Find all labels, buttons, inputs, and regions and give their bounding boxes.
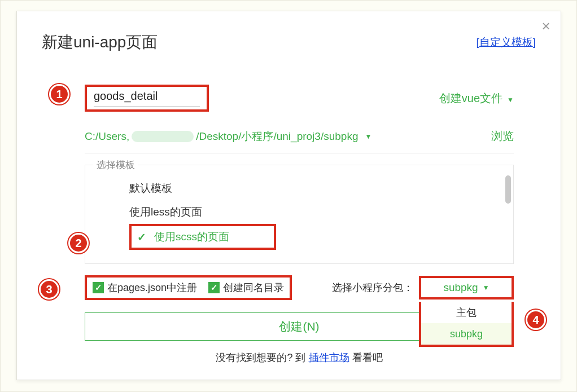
annotation-badge-1: 1 <box>49 84 69 104</box>
path-display[interactable]: C:/Users,/Desktop/小程序/uni_proj3/subpkg <box>85 129 358 144</box>
custom-template-link[interactable]: [自定义模板] <box>476 35 536 50</box>
annotation-badge-2: 2 <box>68 233 89 253</box>
dialog-title: 新建uni-app页面 <box>42 32 158 53</box>
template-item[interactable]: 使用less的页面 <box>102 200 513 224</box>
template-item-selected[interactable]: ✓ 使用scss的页面 <box>129 224 276 250</box>
check-icon: ✓ <box>137 231 150 244</box>
chevron-down-icon[interactable]: ▼ <box>365 133 371 140</box>
template-fieldset: 选择模板 默认模板 使用less的页面 ✓ 使用scss的页面 <box>85 165 514 264</box>
page-name-input[interactable]: goods_detail <box>85 85 209 112</box>
subpackage-option[interactable]: 主包 <box>421 302 512 323</box>
subpackage-option[interactable]: subpkg <box>421 323 512 345</box>
checkbox-group: ✓ 在pages.json中注册 ✓ 创建同名目录 <box>85 275 292 300</box>
checkbox-register-pages[interactable]: ✓ 在pages.json中注册 <box>93 281 197 294</box>
file-type-dropdown[interactable]: 创建vue文件▼ <box>439 91 514 106</box>
chevron-down-icon: ▼ <box>483 284 489 292</box>
plugin-market-link[interactable]: 插件市场 <box>309 352 349 363</box>
new-page-dialog: × 新建uni-app页面 [自定义模板] goods_detail 创建vue… <box>16 11 561 380</box>
annotation-badge-4: 4 <box>526 310 546 330</box>
chevron-down-icon: ▼ <box>507 96 514 104</box>
footer-hint: 没有找到想要的? 到 插件市场 看看吧 <box>85 351 514 364</box>
checkbox-checked-icon: ✓ <box>208 282 220 293</box>
close-icon[interactable]: × <box>539 19 553 33</box>
subpackage-dropdown[interactable]: subpkg▼ 主包 subpkg <box>419 276 514 299</box>
checkbox-checked-icon: ✓ <box>93 282 104 293</box>
template-legend: 选择模板 <box>93 158 138 171</box>
subpackage-label: 选择小程序分包： <box>332 281 413 294</box>
template-item[interactable]: 默认模板 <box>102 177 513 200</box>
checkbox-create-dir[interactable]: ✓ 创建同名目录 <box>208 281 284 294</box>
annotation-badge-3: 3 <box>39 279 59 299</box>
browse-button[interactable]: 浏览 <box>491 129 514 144</box>
subpackage-popup: 主包 subpkg <box>419 302 514 347</box>
redacted-segment <box>132 131 194 142</box>
